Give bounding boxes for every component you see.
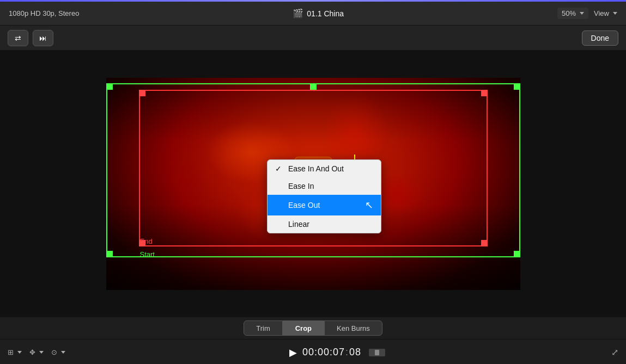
crop-handle-bottom-right[interactable] (481, 240, 488, 246)
clapper-icon: 🎬 (293, 8, 303, 18)
timecode-mm: 07 (333, 347, 345, 357)
menu-label-ease-out: Ease Out (288, 201, 361, 209)
timecode-display: 00:00:07:08 (302, 347, 361, 358)
menu-label-ease-in: Ease In (288, 182, 373, 190)
zoom-control[interactable]: 50% (557, 8, 588, 19)
timecode-ff: 08 (349, 347, 361, 357)
timecode-hh: 00:00: (302, 347, 333, 357)
handle-top-left[interactable] (106, 83, 113, 90)
top-bar-right: 50% View (557, 8, 617, 19)
bottom-left-tools: ⊞ ✥ ⊙ (8, 348, 65, 356)
toolbar-left: ⇄ ⏭ (8, 30, 53, 46)
project-info: 🎬 01.1 China (293, 8, 344, 18)
end-label: End (140, 237, 153, 245)
playback-controls: ▶ 00:00:07:08 (289, 347, 387, 359)
transform-tool[interactable]: ✥ (29, 348, 44, 356)
speed-tool-chevron (61, 351, 65, 354)
crop-handle-top-right[interactable] (481, 90, 488, 96)
zoom-chevron-icon (580, 12, 584, 15)
speed-tool[interactable]: ⊙ (51, 348, 65, 356)
scrub-bar[interactable] (369, 349, 385, 356)
handle-top-right[interactable] (514, 83, 520, 90)
menu-item-ease-out[interactable]: Ease Out ↖ (268, 195, 381, 215)
view-control[interactable]: View (594, 9, 617, 17)
tab-crop[interactable]: Crop (283, 320, 324, 336)
bottom-bar: ⊞ ✥ ⊙ ▶ 00:00:07:08 ⤢ (0, 339, 626, 364)
menu-item-linear[interactable]: Linear (268, 215, 381, 233)
checkmark-ease-in-and-out: ✓ (275, 164, 284, 173)
second-bar: ⇄ ⏭ Done (0, 26, 626, 51)
start-label: Start (140, 250, 155, 258)
view-label: View (594, 9, 609, 17)
timecode-sep: : (345, 347, 349, 357)
video-area: ➘ Start End ✓ Ease In And Out Ease In Ea… (0, 51, 626, 317)
select-tool-icon: ⊞ (8, 348, 14, 356)
bottom-right-tools: ⤢ (611, 347, 618, 357)
swap-button[interactable]: ⇄ (8, 30, 28, 46)
done-button[interactable]: Done (582, 30, 618, 46)
menu-item-ease-in-and-out[interactable]: ✓ Ease In And Out (268, 160, 381, 177)
menu-label-linear: Linear (288, 220, 373, 229)
view-chevron-icon (613, 12, 617, 15)
tab-trim[interactable]: Trim (244, 320, 283, 336)
transform-tool-chevron (39, 351, 44, 354)
handle-bottom-right[interactable] (514, 251, 520, 257)
select-tool-chevron (17, 351, 22, 354)
select-tool[interactable]: ⊞ (8, 348, 22, 356)
speed-tool-icon: ⊙ (51, 348, 57, 356)
tab-ken-burns[interactable]: Ken Burns (324, 320, 382, 336)
handle-top-middle[interactable] (310, 83, 317, 90)
menu-item-ease-in[interactable]: Ease In (268, 177, 381, 195)
tab-bar: Trim Crop Ken Burns (0, 317, 626, 339)
handle-bottom-left[interactable] (106, 251, 113, 257)
menu-label-ease-in-and-out: Ease In And Out (288, 164, 373, 173)
play-button[interactable]: ▶ (289, 347, 297, 359)
zoom-value: 50% (562, 9, 576, 17)
step-forward-button[interactable]: ⏭ (33, 30, 53, 46)
crop-handle-top-left[interactable] (139, 90, 145, 96)
ease-dropdown-menu: ✓ Ease In And Out Ease In Ease Out ↖ Lin… (267, 159, 381, 233)
cursor-icon: ↖ (365, 199, 373, 211)
top-bar: 1080p HD 30p, Stereo 🎬 01.1 China 50% Vi… (0, 2, 626, 26)
project-name: 01.1 China (307, 9, 344, 18)
resolution-label: 1080p HD 30p, Stereo (9, 9, 79, 17)
fullscreen-button[interactable]: ⤢ (611, 347, 618, 357)
transform-tool-icon: ✥ (29, 348, 35, 356)
scrub-thumb[interactable] (375, 350, 379, 355)
